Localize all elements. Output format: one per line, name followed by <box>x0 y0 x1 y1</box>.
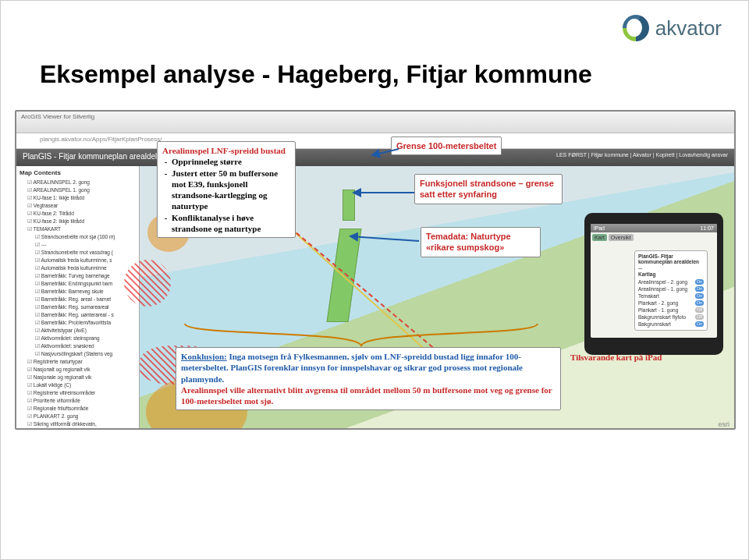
ipad-layer-name: Plankart - 1. gong <box>638 307 678 313</box>
layer-item[interactable]: Barnetråkk: Barneveg skule <box>20 288 136 296</box>
browser-tabstrip: ArcGIS Viewer for Silverlig <box>16 112 734 133</box>
ipad-layer-toggle[interactable]: On <box>695 293 704 299</box>
ipad-layer-row[interactable]: Arealinnspel - 2. gongOn <box>638 278 704 285</box>
ipad-layer-row[interactable]: BakgrunnskartOn <box>638 321 704 328</box>
ipad-status-bar: iPad 11:07 <box>591 224 717 232</box>
callout-grense: Grense 100-metersbeltet <box>391 136 502 155</box>
layer-item[interactable]: Nasjonalt og regionalt vik <box>20 366 136 374</box>
layer-item[interactable]: KU-fase 1: Ikkje tilrådd <box>20 194 136 202</box>
layer-item[interactable]: Registrerte villreinsområder <box>20 389 136 397</box>
ipad-panel-section: Kartlag <box>638 271 704 277</box>
layer-item[interactable]: KU-fase 2: Ikkje tilrådd <box>20 218 136 225</box>
layer-item[interactable]: Ras- og skredfare. Faresone: H <box>20 428 136 430</box>
callout-konklusjon: Konklusjon: Inga motsegn frå Fylkesmanne… <box>176 347 561 410</box>
logo-text: akvator <box>655 16 722 41</box>
callout-header: Arealinnspel LNF-spreidd bustad <box>162 145 290 156</box>
layer-item[interactable]: Barnetråkk: Reg. uønterareal - s <box>20 311 136 319</box>
ipad-layer-row[interactable]: Plankart - 2. gongOn <box>638 299 704 307</box>
callout-bullet: Konfliktanalyse i høve strandsone og nat… <box>172 212 290 235</box>
layer-item[interactable]: Aktivitetstypar (AvE) <box>20 327 136 335</box>
layer-panel[interactable]: Map Contents AREALINNSPEL 2. gongAREALIN… <box>16 166 140 430</box>
layer-item[interactable]: Prioriterte viltområde <box>20 397 136 405</box>
ipad-top-tabs: Kart Oversikt <box>591 232 717 243</box>
konklusjon-label: Konklusjon: <box>181 352 227 361</box>
ipad-layer-row[interactable]: Plankart - 1. gongOff <box>638 307 704 314</box>
ipad-layer-toggle[interactable]: On <box>695 300 704 306</box>
layer-item[interactable]: --- <box>20 241 136 249</box>
ipad-tab[interactable]: Kart <box>592 234 607 241</box>
ipad-layer-name: Plankart - 2. gong <box>638 300 678 306</box>
callout-text: Tilsvarande kart på iPad <box>570 353 662 362</box>
layer-item[interactable]: Regionale friluftsområde <box>20 405 136 413</box>
ipad-layer-name: Arealinnspel - 1. gong <box>638 286 687 292</box>
logo-mark-icon <box>623 15 649 41</box>
callout-funksjonell: Funksjonell strandsone – grense satt ett… <box>414 174 563 204</box>
app-header-links[interactable]: LES FØRST | Fitjar kommune | Akvator | K… <box>556 152 728 163</box>
layer-item[interactable]: PLANKART 2. gong <box>20 413 136 420</box>
callout-text: Grense 100-metersbeltet <box>396 141 496 151</box>
layer-item[interactable]: Automatisk freda kulturminne <box>20 264 136 272</box>
ipad-layer-name: Temakart <box>638 293 659 299</box>
ipad-mockup: iPad 11:07 Kart Oversikt PlanGIS- Fitjar… <box>584 213 723 355</box>
callout-arealinnspel: Arealinnspel LNF-spreidd bustad Opprinne… <box>157 141 296 238</box>
layer-item[interactable]: Barnetråkk: Reg. areal - barnet <box>20 296 136 303</box>
brand-logo: akvator <box>623 15 722 41</box>
ipad-layer-toggle[interactable]: Off <box>695 307 704 313</box>
layer-item[interactable]: Aktivområdet: steinsprang <box>20 335 136 342</box>
layer-item[interactable]: Strandsonebelte mot vassdrag ( <box>20 249 136 257</box>
konklusjon-text-1: Inga motsegn frå Fylkesmannen, sjølv om … <box>181 352 523 384</box>
callout-temadata: Temadata: Naturtype «rikare sumpskog» <box>421 227 541 257</box>
layer-item[interactable]: Barnetråkk: Turveg barnehage <box>20 272 136 280</box>
esri-attribution: esri <box>718 420 729 428</box>
slide: akvator Eksempel analyse - Hageberg, Fit… <box>0 0 749 560</box>
layer-item[interactable]: Nasjvursdlingskart (Statens veg <box>20 350 136 358</box>
layer-item[interactable]: Vegtrasear <box>20 202 136 210</box>
brace-icon <box>182 322 539 350</box>
layer-item[interactable]: TEMAKART <box>20 225 136 233</box>
ipad-layer-row[interactable]: Arealinnspel - 1. gongOn <box>638 285 704 292</box>
layer-item[interactable]: Sikring viltformål drikkevatn, <box>20 420 136 428</box>
ipad-layer-name: Bakgrunnskart flyfoto <box>638 314 686 320</box>
callout-text: Temadata: Naturtype «rikare sumpskog» <box>426 232 511 252</box>
ipad-layer-toggle[interactable]: Off <box>695 314 704 320</box>
layer-item[interactable]: Barnetråkk: Endringspunkt barn <box>20 280 136 288</box>
konklusjon-text-2: Arealinnspel ville alternativt blitt avg… <box>181 385 552 406</box>
slide-title: Eksempel analyse - Hageberg, Fitjar komm… <box>40 60 592 89</box>
ipad-screen[interactable]: iPad 11:07 Kart Oversikt PlanGIS- Fitjar… <box>591 224 717 338</box>
map-hatched-zone <box>124 260 171 307</box>
ipad-layer-row[interactable]: Bakgrunnskart flyfotoOff <box>638 314 704 321</box>
browser-address-bar[interactable]: plangis.akvator.no/Apps/FitjarKplanProse… <box>16 133 734 149</box>
callout-text: Funksjonell strandsone – grense satt ett… <box>420 179 554 199</box>
ipad-status-time: 11:07 <box>700 225 714 231</box>
ipad-layer-name: Bakgrunnskart <box>638 321 671 327</box>
ipad-layer-toggle[interactable]: On <box>695 321 704 327</box>
app-title-bar: PlanGIS - Fitjar kommuneplan arealdelen … <box>16 149 734 166</box>
ipad-layer-toggle[interactable]: On <box>695 279 704 285</box>
layer-item[interactable]: Nasjonale og regionalt vik <box>20 374 136 381</box>
layer-item[interactable]: Automatisk freda kulturminne, s <box>20 257 136 264</box>
browser-url: plangis.akvator.no/Apps/FitjarKplanProse… <box>40 136 162 143</box>
callout-bullet: Justert etter 50 m buffersone mot E39, f… <box>172 168 290 212</box>
layer-item[interactable]: Lokalt viktige (C) <box>20 381 136 389</box>
layer-item[interactable]: Strandsonebelte mot sjø (100 m) <box>20 233 136 241</box>
ipad-layers-panel[interactable]: PlanGIS- Fitjar kommuneplan arealdelen .… <box>634 250 708 331</box>
callout-bullet: Opprinneleg større <box>172 156 290 167</box>
layer-item[interactable]: Barnetråkk: Reg. sumareareal <box>20 303 136 311</box>
layer-item[interactable]: Registrerte naturtypar <box>20 358 136 366</box>
layer-item[interactable]: KU-fase 2: Tilrådd <box>20 210 136 218</box>
browser-tab-title[interactable]: ArcGIS Viewer for Silverlig <box>21 113 94 120</box>
layer-item[interactable]: AREALINNSPEL 2. gong <box>20 179 136 186</box>
layer-panel-header: Map Contents <box>20 169 136 176</box>
layer-item[interactable]: Aktivområdet: snøskred <box>20 342 136 350</box>
ipad-panel-title: PlanGIS- Fitjar kommuneplan arealdelen .… <box>638 253 704 270</box>
map-green-strip <box>343 190 355 221</box>
callout-ipad-note: Tilsvarande kart på iPad <box>566 349 706 366</box>
layer-item[interactable]: AREALINNSPEL 1. gong <box>20 186 136 194</box>
ipad-status-left: iPad <box>594 225 605 231</box>
layer-item[interactable]: Barnetråkk: Problem/favorittsta <box>20 319 136 327</box>
ipad-layer-row[interactable]: TemakartOn <box>638 292 704 299</box>
ipad-layer-toggle[interactable]: On <box>695 286 704 292</box>
ipad-layer-name: Arealinnspel - 2. gong <box>638 279 687 285</box>
ipad-tab[interactable]: Oversikt <box>609 234 634 241</box>
